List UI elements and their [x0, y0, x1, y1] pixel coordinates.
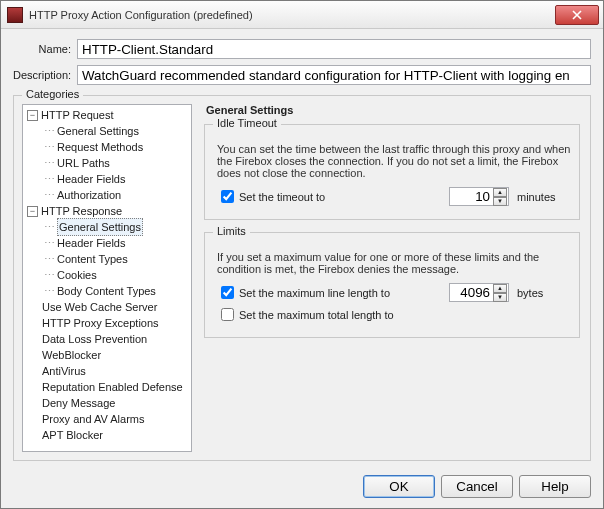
tree-item[interactable]: Data Loss Prevention [25, 331, 189, 347]
limits-total-row: Set the maximum total length to [217, 305, 567, 324]
limits-group: Limits If you set a maximum value for on… [204, 232, 580, 338]
max-line-label: Set the maximum line length to [239, 287, 390, 299]
tree-item[interactable]: ⋯URL Paths [25, 155, 189, 171]
tree-item[interactable]: Proxy and AV Alarms [25, 411, 189, 427]
tree-item[interactable]: ⋯Cookies [25, 267, 189, 283]
tree-item[interactable]: WebBlocker [25, 347, 189, 363]
dialog-window: HTTP Proxy Action Configuration (predefi… [0, 0, 604, 509]
description-label: Description: [13, 69, 77, 81]
limits-line-row: Set the maximum line length to ▲ ▼ bytes [217, 283, 567, 302]
collapse-icon[interactable]: − [27, 110, 38, 121]
tree-item[interactable]: ⋯Authorization [25, 187, 189, 203]
idle-timeout-spinner: ▲ ▼ [449, 187, 507, 206]
idle-timeout-legend: Idle Timeout [213, 117, 281, 129]
tree-item[interactable]: Deny Message [25, 395, 189, 411]
tree-item[interactable]: ⋯Body Content Types [25, 283, 189, 299]
app-icon [7, 7, 23, 23]
tree-item[interactable]: ⋯Header Fields [25, 235, 189, 251]
tree-item-selected[interactable]: ⋯General Settings [25, 219, 189, 235]
settings-title: General Settings [206, 104, 582, 116]
categories-tree[interactable]: −HTTP Request ⋯General Settings ⋯Request… [22, 104, 192, 452]
tree-http-response[interactable]: −HTTP Response [25, 203, 189, 219]
tree-item[interactable]: APT Blocker [25, 427, 189, 443]
tree-item[interactable]: AntiVirus [25, 363, 189, 379]
close-button[interactable] [555, 5, 599, 25]
tree-item[interactable]: Use Web Cache Server [25, 299, 189, 315]
limits-legend: Limits [213, 225, 250, 237]
idle-timeout-desc: You can set the time between the last tr… [217, 143, 571, 179]
collapse-icon[interactable]: − [27, 206, 38, 217]
tree-http-request[interactable]: −HTTP Request [25, 107, 189, 123]
footer: OK Cancel Help [1, 467, 603, 508]
name-row: Name: [13, 39, 591, 59]
close-icon [572, 10, 582, 20]
tree-item[interactable]: ⋯Request Methods [25, 139, 189, 155]
description-input[interactable] [77, 65, 591, 85]
name-label: Name: [13, 43, 77, 55]
max-line-unit: bytes [517, 287, 567, 299]
cancel-button[interactable]: Cancel [441, 475, 513, 498]
help-button[interactable]: Help [519, 475, 591, 498]
spin-up-icon[interactable]: ▲ [493, 188, 507, 197]
spin-up-icon[interactable]: ▲ [493, 284, 507, 293]
categories-fieldset: Categories −HTTP Request ⋯General Settin… [13, 95, 591, 461]
tree-item[interactable]: ⋯Header Fields [25, 171, 189, 187]
spin-down-icon[interactable]: ▼ [493, 197, 507, 206]
max-total-label: Set the maximum total length to [239, 309, 394, 321]
tree-item[interactable]: ⋯Content Types [25, 251, 189, 267]
window-title: HTTP Proxy Action Configuration (predefi… [29, 9, 555, 21]
description-row: Description: [13, 65, 591, 85]
tree-item[interactable]: ⋯General Settings [25, 123, 189, 139]
spin-down-icon[interactable]: ▼ [493, 293, 507, 302]
max-line-spinner: ▲ ▼ [449, 283, 507, 302]
settings-pane: General Settings Idle Timeout You can se… [202, 104, 582, 452]
categories-legend: Categories [22, 88, 83, 100]
idle-timeout-group: Idle Timeout You can set the time betwee… [204, 124, 580, 220]
tree-item[interactable]: Reputation Enabled Defense [25, 379, 189, 395]
idle-timeout-checkbox[interactable] [221, 190, 234, 203]
ok-button[interactable]: OK [363, 475, 435, 498]
idle-timeout-label: Set the timeout to [239, 191, 325, 203]
tree-item[interactable]: HTTP Proxy Exceptions [25, 315, 189, 331]
limits-desc: If you set a maximum value for one or mo… [217, 251, 571, 275]
max-line-checkbox[interactable] [221, 286, 234, 299]
idle-timeout-unit: minutes [517, 191, 567, 203]
titlebar: HTTP Proxy Action Configuration (predefi… [1, 1, 603, 29]
idle-timeout-row: Set the timeout to ▲ ▼ minutes [217, 187, 567, 206]
dialog-body: Name: Description: Categories −HTTP Requ… [1, 29, 603, 467]
name-input[interactable] [77, 39, 591, 59]
max-total-checkbox[interactable] [221, 308, 234, 321]
